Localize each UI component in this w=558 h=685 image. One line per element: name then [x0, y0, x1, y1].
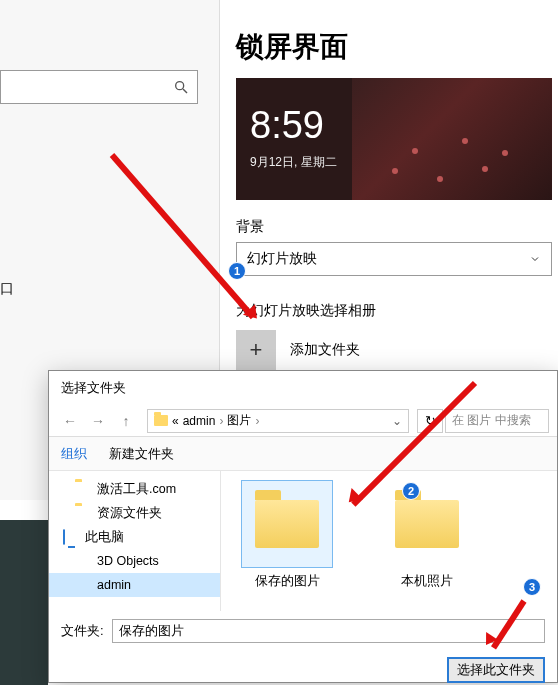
tree-item-label: 3D Objects — [97, 554, 159, 568]
tree-item-label: 资源文件夹 — [97, 505, 162, 522]
preview-time: 8:59 — [250, 104, 324, 147]
dialog-nav-bar: ← → ↑ « admin › 图片 › ⌄ ↻ 在 图片 中搜索 — [49, 405, 557, 437]
sidebar-fragment-text: 口 — [0, 280, 14, 298]
chevron-right-icon: › — [219, 414, 223, 428]
annotation-badge-2: 2 — [402, 482, 420, 500]
folder-tree: 激活工具.com 资源文件夹 此电脑 3D Objects admin — [49, 471, 221, 611]
page-title: 锁屏界面 — [236, 28, 556, 66]
album-section-label: 为幻灯片放映选择相册 — [236, 302, 556, 320]
search-icon — [173, 79, 189, 95]
settings-search-input[interactable] — [0, 70, 198, 104]
tree-item[interactable]: 资源文件夹 — [49, 501, 220, 525]
dialog-bottom-bar: 文件夹: 选择此文件夹 — [49, 611, 557, 683]
chevron-right-icon: › — [255, 414, 259, 428]
dialog-body: 激活工具.com 资源文件夹 此电脑 3D Objects admin — [49, 471, 557, 611]
folder-item[interactable]: 保存的图片 — [237, 481, 337, 601]
folder-item[interactable]: 本机照片 — [377, 481, 477, 601]
nav-up-button[interactable]: ↑ — [113, 409, 139, 433]
dialog-search-input[interactable]: 在 图片 中搜索 — [445, 409, 549, 433]
select-folder-button[interactable]: 选择此文件夹 — [447, 657, 545, 683]
address-bar[interactable]: « admin › 图片 › ⌄ — [147, 409, 409, 433]
settings-content: 锁屏界面 8:59 9月12日, 星期二 背景 幻灯片放映 为幻灯片放映选择相册… — [236, 0, 556, 370]
breadcrumb-seg-2[interactable]: 图片 — [227, 412, 251, 429]
folder-icon — [255, 500, 319, 548]
search-placeholder: 在 图片 中搜索 — [452, 412, 531, 429]
preview-artwork — [352, 78, 552, 200]
breadcrumb-seg-1[interactable]: admin — [183, 414, 216, 428]
organize-menu[interactable]: 组织 — [61, 445, 87, 463]
nav-back-button[interactable]: ← — [57, 409, 83, 433]
folder-item-label: 保存的图片 — [237, 573, 337, 590]
tree-item-label: admin — [97, 578, 131, 592]
dialog-toolbar: 组织 新建文件夹 — [49, 437, 557, 471]
add-folder-row: + 添加文件夹 — [236, 330, 556, 370]
folder-name-input[interactable] — [112, 619, 545, 643]
desktop-background-strip — [0, 520, 48, 685]
pc-icon — [63, 529, 65, 545]
folder-field-label: 文件夹: — [61, 622, 104, 640]
tree-item[interactable]: 此电脑 — [49, 525, 220, 549]
chevron-down-icon[interactable]: ⌄ — [392, 414, 402, 428]
svg-point-0 — [176, 82, 184, 90]
plus-icon: + — [250, 337, 263, 363]
tree-item[interactable]: 激活工具.com — [49, 477, 220, 501]
annotation-badge-3: 3 — [523, 578, 541, 596]
svg-line-1 — [183, 89, 187, 93]
lockscreen-preview: 8:59 9月12日, 星期二 — [236, 78, 552, 200]
refresh-button[interactable]: ↻ — [417, 409, 443, 433]
folder-icon — [154, 415, 168, 426]
add-folder-label: 添加文件夹 — [290, 341, 360, 359]
nav-forward-button[interactable]: → — [85, 409, 111, 433]
annotation-badge-1: 1 — [228, 262, 246, 280]
add-folder-button[interactable]: + — [236, 330, 276, 370]
tree-item-label: 激活工具.com — [97, 481, 176, 498]
folder-picker-dialog: 选择文件夹 ← → ↑ « admin › 图片 › ⌄ ↻ 在 图片 中搜索 … — [48, 370, 558, 683]
breadcrumb-root: « — [172, 414, 179, 428]
chevron-down-icon — [529, 253, 541, 265]
background-dropdown[interactable]: 幻灯片放映 — [236, 242, 552, 276]
new-folder-button[interactable]: 新建文件夹 — [109, 445, 174, 463]
tree-item-label: 此电脑 — [85, 529, 124, 546]
tree-item[interactable]: 3D Objects — [49, 549, 220, 573]
folder-item-label: 本机照片 — [377, 573, 477, 590]
background-section-label: 背景 — [236, 218, 556, 236]
folder-icon — [395, 500, 459, 548]
preview-date: 9月12日, 星期二 — [250, 154, 337, 171]
tree-item[interactable]: admin — [49, 573, 220, 597]
dialog-title: 选择文件夹 — [49, 371, 557, 405]
file-list-pane: 保存的图片 本机照片 — [221, 471, 557, 611]
dropdown-value: 幻灯片放映 — [247, 250, 317, 268]
